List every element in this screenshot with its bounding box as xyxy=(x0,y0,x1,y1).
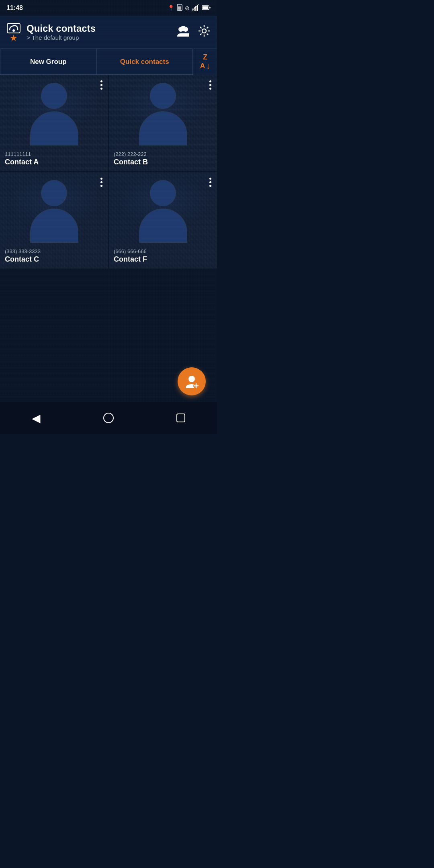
avatar-body xyxy=(139,209,187,243)
header-subtitle: > The default group xyxy=(27,34,96,41)
avatar-head xyxy=(150,83,176,109)
avatar-head xyxy=(150,180,176,206)
menu-dot xyxy=(209,84,211,86)
avatar-c xyxy=(28,180,80,244)
avatar-body xyxy=(30,111,78,145)
contact-name-c: Contact C xyxy=(5,255,103,264)
home-icon xyxy=(103,412,114,424)
recents-icon xyxy=(176,413,186,423)
menu-dot xyxy=(100,80,102,82)
tab-quick-contacts[interactable]: Quick contacts xyxy=(96,49,193,75)
menu-dot xyxy=(209,178,211,180)
svg-line-19 xyxy=(200,27,202,29)
location-icon: 📍 xyxy=(168,5,174,11)
contacts-grid: 111111111 Contact A (222) 222-222 Contac… xyxy=(0,75,217,268)
avatar-a xyxy=(28,83,80,147)
contact-phone-c: (333) 333-3333 xyxy=(5,248,103,254)
svg-point-10 xyxy=(12,29,15,32)
status-icons: 📍 ⊘ xyxy=(168,4,211,12)
settings-button[interactable] xyxy=(198,25,211,40)
svg-rect-28 xyxy=(177,414,185,422)
contact-menu-button-f[interactable] xyxy=(208,176,213,188)
svg-point-23 xyxy=(188,376,195,382)
menu-dot xyxy=(209,80,211,82)
svg-line-21 xyxy=(207,27,209,29)
avatar-body xyxy=(139,111,187,145)
header-text: Quick contacts > The default group xyxy=(27,23,96,41)
nav-bar: ◀ xyxy=(0,402,217,434)
menu-dot xyxy=(209,181,211,183)
status-bar: 11:48 📍 ⊘ xyxy=(0,0,217,16)
contact-name-f: Contact F xyxy=(114,255,212,264)
add-contact-fab[interactable] xyxy=(178,367,206,395)
back-icon: ◀ xyxy=(32,411,41,425)
contact-card-f[interactable]: (666) 666-666 Contact F xyxy=(109,172,217,268)
nav-home-button[interactable] xyxy=(96,406,121,430)
groups-button[interactable] xyxy=(177,25,190,39)
header-actions xyxy=(177,25,211,40)
nav-recents-button[interactable] xyxy=(169,406,193,430)
header-left: ★ Quick contacts > The default group xyxy=(6,21,96,43)
svg-rect-8 xyxy=(203,6,208,9)
groups-icon xyxy=(177,25,190,37)
avatar-head xyxy=(41,83,67,109)
sort-z-label: Z xyxy=(203,53,207,61)
sim-icon xyxy=(177,4,182,12)
contact-phone-a: 111111111 xyxy=(5,151,103,157)
add-contact-icon xyxy=(184,374,199,389)
contact-card-a[interactable]: 111111111 Contact A xyxy=(0,75,108,171)
contact-card-b[interactable]: (222) 222-222 Contact B xyxy=(109,75,217,171)
battery-icon xyxy=(202,5,211,11)
contact-phone-b: (222) 222-222 xyxy=(114,151,212,157)
status-time: 11:48 xyxy=(6,4,23,12)
sort-button[interactable]: Z A ↓ xyxy=(193,49,217,75)
star-icon: ★ xyxy=(10,33,18,43)
contact-menu-button-a[interactable] xyxy=(99,79,104,91)
contact-card-c[interactable]: (333) 333-3333 Contact C xyxy=(0,172,108,268)
svg-rect-1 xyxy=(178,6,181,10)
svg-line-22 xyxy=(200,33,202,35)
svg-point-13 xyxy=(180,26,186,31)
menu-dot xyxy=(100,88,102,90)
contact-name-b: Contact B xyxy=(114,158,212,166)
avatar-body xyxy=(30,209,78,243)
main-content: ★ Quick contacts > The default group xyxy=(0,16,217,402)
tab-bar: New Group Quick contacts Z A ↓ xyxy=(0,48,217,75)
app-header: ★ Quick contacts > The default group xyxy=(0,16,217,48)
contact-name-a: Contact A xyxy=(5,158,103,166)
avatar-f xyxy=(137,180,189,244)
sort-a-label: A ↓ xyxy=(200,61,211,70)
nav-back-button[interactable]: ◀ xyxy=(24,406,48,430)
dnd-icon: ⊘ xyxy=(185,5,190,11)
svg-point-14 xyxy=(202,29,206,33)
settings-icon xyxy=(198,25,211,37)
contact-phone-f: (666) 666-666 xyxy=(114,248,212,254)
menu-dot xyxy=(100,178,102,180)
menu-dot xyxy=(209,185,211,187)
signal-icon xyxy=(192,4,199,12)
menu-dot xyxy=(100,181,102,183)
app-icon-wrapper: ★ xyxy=(6,21,21,43)
header-title: Quick contacts xyxy=(27,23,96,34)
sort-arrow-icon: ↓ xyxy=(206,61,211,70)
contact-menu-button-c[interactable] xyxy=(99,176,104,188)
menu-dot xyxy=(100,185,102,187)
tab-new-group[interactable]: New Group xyxy=(0,49,96,75)
svg-rect-9 xyxy=(209,7,211,8)
avatar-head xyxy=(41,180,67,206)
avatar-b xyxy=(137,83,189,147)
menu-dot xyxy=(209,88,211,90)
contact-menu-button-b[interactable] xyxy=(208,79,213,91)
menu-dot xyxy=(100,84,102,86)
svg-point-27 xyxy=(104,413,113,423)
svg-line-20 xyxy=(207,33,209,35)
